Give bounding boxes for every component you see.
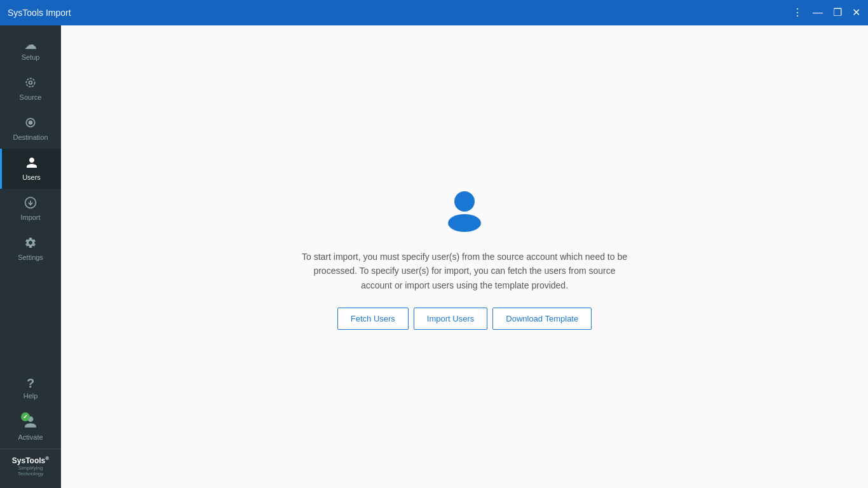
sidebar-label-activate: Activate	[18, 433, 43, 441]
activate-icon: ✓	[24, 415, 37, 431]
download-template-button[interactable]: Download Template	[492, 308, 592, 330]
sidebar-item-setup[interactable]: ☁ Setup	[0, 30, 61, 69]
title-bar-controls: ⋮ — ❐ ✕	[792, 8, 860, 18]
maximize-button[interactable]: ❐	[833, 8, 842, 18]
minimize-button[interactable]: —	[813, 8, 823, 18]
action-buttons: Fetch Users Import Users Download Templa…	[337, 308, 592, 330]
users-placeholder: To start import, you must specify user(s…	[299, 184, 630, 330]
sidebar-label-source: Source	[20, 93, 42, 101]
source-icon	[24, 76, 37, 91]
sidebar-label-setup: Setup	[22, 53, 40, 61]
svg-point-6	[448, 214, 481, 232]
title-bar: SysTools Import ⋮ — ❐ ✕	[0, 0, 868, 25]
close-button[interactable]: ✕	[852, 8, 860, 18]
menu-button[interactable]: ⋮	[792, 8, 803, 18]
sidebar-item-users[interactable]: Users	[0, 149, 61, 189]
sidebar: ☁ Setup Source Destination	[0, 25, 61, 488]
sidebar-label-import: Import	[20, 214, 40, 221]
import-icon	[24, 196, 37, 211]
help-icon: ?	[27, 377, 34, 390]
main-content: To start import, you must specify user(s…	[61, 25, 868, 488]
fetch-users-button[interactable]: Fetch Users	[337, 308, 409, 330]
sidebar-item-activate[interactable]: ✓ Activate	[0, 407, 61, 449]
svg-point-0	[29, 81, 32, 85]
sidebar-item-import[interactable]: Import	[0, 189, 61, 229]
sidebar-label-users: Users	[22, 173, 41, 181]
settings-icon	[24, 236, 37, 251]
sidebar-item-help[interactable]: ? Help	[0, 369, 61, 407]
cloud-icon: ☁	[24, 38, 37, 51]
svg-point-2	[29, 121, 32, 125]
user-illustration	[439, 184, 490, 234]
branding: SysTools® Simplifying Technology	[0, 449, 61, 483]
title-bar-left: SysTools Import	[8, 8, 71, 18]
description-text: To start import, you must specify user(s…	[299, 250, 630, 292]
svg-point-1	[26, 78, 34, 86]
svg-point-5	[454, 191, 475, 212]
users-icon	[25, 156, 38, 171]
sidebar-label-destination: Destination	[13, 133, 48, 141]
destination-icon	[24, 116, 37, 131]
app-title: SysTools Import	[8, 8, 71, 18]
sidebar-bottom: ? Help ✓ Activate SysTools® Simplifying …	[0, 369, 61, 488]
branding-name: SysTools®	[5, 456, 56, 465]
sidebar-item-destination[interactable]: Destination	[0, 109, 61, 149]
import-users-button[interactable]: Import Users	[414, 308, 487, 330]
activate-checkmark-badge: ✓	[21, 412, 30, 421]
sidebar-label-settings: Settings	[18, 254, 43, 261]
app-body: ☁ Setup Source Destination	[0, 25, 868, 488]
branding-tagline: Simplifying Technology	[5, 465, 56, 477]
sidebar-label-help: Help	[24, 392, 38, 400]
sidebar-item-source[interactable]: Source	[0, 69, 61, 109]
sidebar-item-settings[interactable]: Settings	[0, 229, 61, 269]
